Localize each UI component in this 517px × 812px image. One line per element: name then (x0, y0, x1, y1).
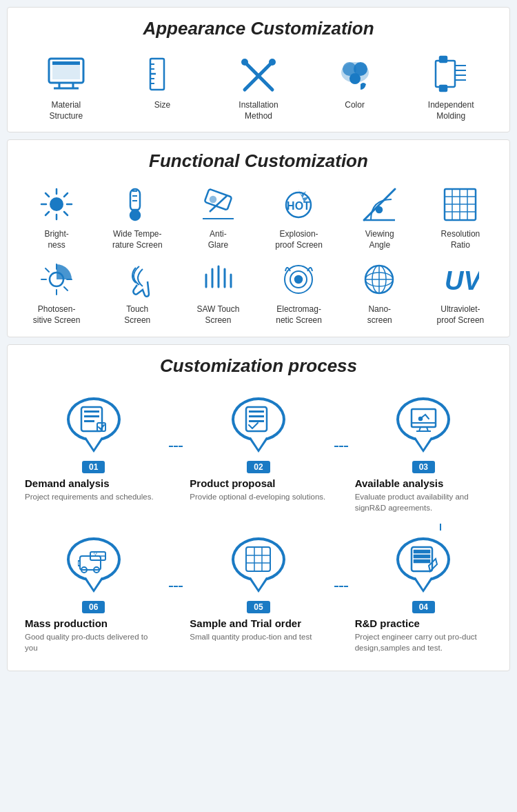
material-structure-label: MaterialStructure (49, 100, 83, 121)
step-01-desc: Project requirements and schedules. (21, 491, 165, 502)
svg-point-50 (376, 207, 382, 212)
svg-point-15 (269, 59, 276, 66)
electromagnetic-icon (280, 261, 318, 299)
svg-line-63 (45, 268, 49, 272)
touch-screen-icon (119, 261, 156, 299)
step-05-desc: Small quantity produc-tion and test (186, 631, 330, 642)
color-icon (334, 53, 376, 95)
step-01-icon (67, 397, 121, 442)
icon-item-color: Color (307, 53, 403, 111)
step-01-number: 01 (82, 461, 105, 473)
svg-line-48 (364, 189, 395, 220)
svg-line-32 (45, 193, 49, 197)
photosensitive-icon (38, 261, 76, 299)
svg-line-34 (64, 193, 68, 197)
explosion-proof-icon: HOT (280, 186, 318, 224)
icon-item-photosensitive: Photosen-sitive Screen (18, 261, 95, 326)
step-02-desc: Provide optional d-eveloping solutions. (186, 491, 330, 502)
svg-rect-87 (249, 420, 264, 422)
saw-touch-screen-icon (199, 261, 237, 299)
step-02-title: Product proposal (186, 477, 330, 489)
process-step-06: 交 06 Mass production Good quality pro-du… (18, 531, 169, 660)
brightness-label: Bright-ness (44, 229, 68, 250)
svg-line-64 (64, 287, 68, 290)
step-06-pin: 交 06 (63, 537, 125, 613)
icon-item-explosion-proof: HOT Explosion-proof Screen (260, 186, 337, 250)
icon-item-touch-screen: TouchScreen (99, 261, 176, 326)
icon-item-viewing-angle: ViewingAngle (341, 186, 418, 250)
svg-rect-100 (246, 547, 270, 571)
independent-molding-icon (430, 53, 472, 95)
brightness-icon (38, 186, 76, 224)
icon-item-size: Size (114, 53, 211, 111)
icon-item-resolution-ratio: ResolutionRatio (422, 186, 499, 250)
functional-icons-grid: Bright-ness Wide Tempe-rature Screen (18, 186, 499, 326)
icon-item-electromagnetic: Electromag-netic Screen (260, 261, 337, 326)
step-03-number: 03 (412, 461, 435, 473)
svg-line-35 (45, 212, 49, 215)
resolution-ratio-icon (441, 186, 479, 224)
functional-title: Functional Customization (18, 150, 499, 172)
icon-item-nanoscreen: Nano-screen (341, 261, 418, 326)
step-04-pin: 04 (392, 537, 454, 613)
anti-glare-icon (199, 186, 237, 224)
nanoscreen-icon (361, 261, 398, 299)
step-04-title: R&D practice (352, 617, 496, 629)
process-step-03: 03 Available analysis Evaluate product a… (348, 390, 499, 520)
step-06-desc: Good quality pro-ducts delivered to you (21, 631, 165, 653)
svg-rect-86 (249, 415, 264, 417)
appearance-section: Appearance Customization MaterialStructu… (7, 7, 510, 132)
step-04-number: 04 (412, 601, 435, 613)
nanoscreen-label: Nano-screen (367, 304, 392, 326)
anti-glare-label: Anti-Glare (208, 229, 228, 250)
svg-rect-42 (205, 189, 232, 210)
photosensitive-label: Photosen-sitive Screen (33, 304, 81, 326)
process-section: Customization process .process-steps-gri… (7, 344, 510, 671)
icon-item-anti-glare: Anti-Glare (179, 186, 256, 250)
svg-point-72 (295, 276, 302, 283)
svg-rect-85 (249, 410, 264, 413)
svg-rect-107 (414, 555, 429, 557)
step-03-icon (396, 397, 450, 442)
svg-point-44 (210, 197, 216, 202)
step-05-number: 05 (247, 601, 270, 613)
step-03-pin: 03 (392, 397, 454, 473)
svg-text:HOT: HOT (287, 200, 310, 212)
process-step-01: 01 Demand analysis Project requirements … (18, 390, 169, 509)
independent-molding-label: IndependentMolding (428, 100, 474, 121)
svg-rect-20 (436, 61, 455, 87)
appearance-icons-row: MaterialStructure Size (18, 53, 499, 121)
step-02-icon (232, 397, 285, 442)
functional-section: Functional Customization Bright-ness (7, 139, 510, 337)
installation-method-icon (238, 53, 279, 95)
resolution-ratio-label: ResolutionRatio (441, 229, 480, 250)
icon-item-material-structure: MaterialStructure (18, 53, 114, 121)
svg-point-93 (419, 417, 422, 420)
step-04-desc: Project engineer carry out pro-duct desi… (352, 631, 496, 653)
icon-item-ultraviolet: UV Ultraviolet-proof Screen (422, 261, 499, 326)
svg-rect-88 (412, 409, 436, 427)
svg-rect-82 (84, 420, 94, 422)
installation-method-label: InstallationMethod (239, 100, 278, 121)
svg-rect-21 (440, 57, 447, 62)
saw-touch-screen-label: SAW TouchScreen (196, 304, 239, 326)
step-06-title: Mass production (21, 617, 165, 629)
viewing-angle-icon (361, 186, 398, 224)
svg-rect-106 (414, 551, 429, 553)
appearance-title: Appearance Customization (18, 18, 499, 39)
icon-item-installation-method: InstallationMethod (210, 53, 307, 121)
svg-rect-108 (414, 560, 429, 562)
process-title: Customization process (18, 355, 499, 377)
color-label: Color (345, 100, 365, 111)
process-step-02: 02 Product proposal Provide optional d-e… (183, 390, 334, 509)
svg-rect-41 (133, 210, 137, 218)
svg-point-19 (349, 73, 361, 84)
step-05-icon (232, 537, 285, 582)
electromagnetic-label: Electromag-netic Screen (276, 304, 322, 326)
ultraviolet-label: Ultraviolet-proof Screen (437, 304, 485, 326)
wide-temperature-label: Wide Tempe-rature Screen (112, 229, 163, 250)
icon-item-independent-molding: IndependentMolding (403, 53, 499, 121)
icon-item-saw-touch-screen: SAW TouchScreen (179, 261, 256, 326)
svg-rect-22 (440, 86, 447, 91)
svg-text:交: 交 (93, 551, 98, 557)
